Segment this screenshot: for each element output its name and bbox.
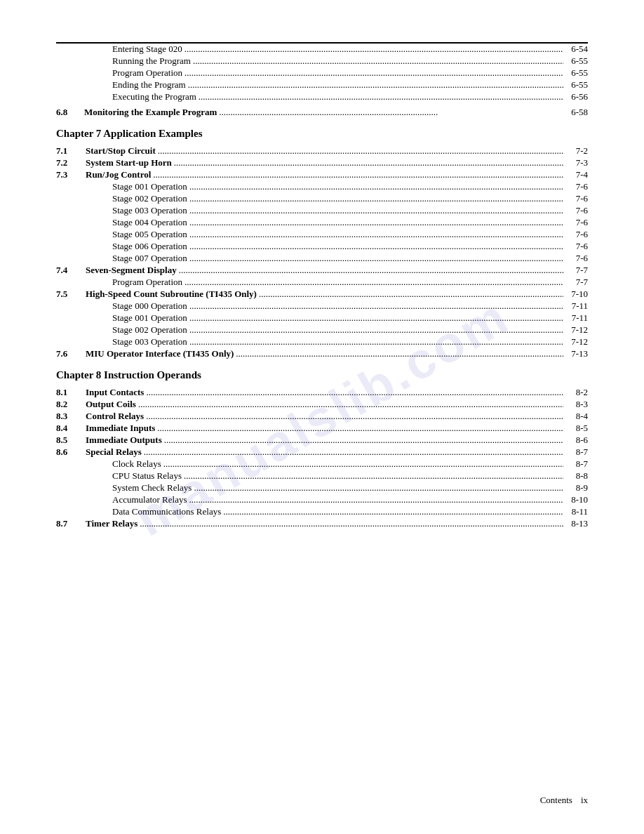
- toc-entry: Stage 002 Operation ....................…: [56, 193, 588, 204]
- section-number: 7.4: [56, 265, 86, 276]
- section-entry: 8.3Control Relays ......................…: [56, 411, 588, 422]
- section-wrapper: 8.2Output Coils ........................…: [56, 399, 588, 410]
- entry-label: Stage 002 Operation: [112, 324, 187, 336]
- top-entries-section: Entering Stage 020 .....................…: [56, 44, 588, 102]
- toc-entry: Ending the Program .....................…: [56, 79, 588, 91]
- section-dots: ........................................…: [144, 446, 563, 458]
- section-entry: 7.3Run/Jog Control .....................…: [56, 169, 588, 180]
- toc-entry: Accumulator Relays .....................…: [56, 494, 588, 505]
- toc-entry: Stage 007 Operation ....................…: [56, 253, 588, 264]
- section-number: 8.5: [56, 435, 86, 446]
- entry-dots: ........................................…: [189, 300, 563, 312]
- section-6-8-page: 6-58: [565, 107, 588, 118]
- toc-entry: System Check Relays ....................…: [56, 482, 588, 494]
- section-entry: 7.5High-Speed Count Subroutine (TI435 On…: [56, 289, 588, 300]
- entry-page: 8-11: [565, 506, 588, 517]
- toc-entry: Stage 003 Operation ....................…: [56, 205, 588, 216]
- section-dots: ........................................…: [146, 411, 563, 422]
- section-6-8-number: 6.8: [56, 107, 84, 118]
- entry-dots: ........................................…: [189, 241, 563, 252]
- section-number: 8.4: [56, 423, 86, 434]
- section-wrapper: 8.4Immediate Inputs ....................…: [56, 423, 588, 434]
- section-dots: ........................................…: [158, 145, 563, 157]
- section-number: 7.6: [56, 348, 86, 359]
- entry-page: 6-55: [565, 79, 588, 91]
- section-wrapper: 7.2System Start-up Horn ................…: [56, 157, 588, 168]
- section-number: 8.1: [56, 387, 86, 398]
- section-label: Timer Relays: [86, 518, 137, 529]
- toc-entry: Entering Stage 020 .....................…: [56, 44, 588, 55]
- toc-entry: Data Communications Relays .............…: [56, 506, 588, 517]
- section-label: Immediate Outputs: [86, 435, 162, 446]
- section-dots: ........................................…: [179, 265, 563, 276]
- section-number: 8.6: [56, 446, 86, 458]
- section-label: System Start-up Horn: [86, 157, 172, 168]
- entry-dots: ........................................…: [189, 253, 563, 264]
- entry-page: 7-6: [565, 241, 588, 252]
- section-label: Output Coils: [86, 399, 136, 410]
- entry-page: 7-6: [565, 205, 588, 216]
- entry-page: 6-55: [565, 67, 588, 79]
- section-number: 7.2: [56, 157, 86, 168]
- footer-page: ix: [581, 795, 588, 806]
- section-page: 8-4: [565, 411, 588, 422]
- entry-dots: ........................................…: [194, 482, 563, 494]
- section-label: Immediate Inputs: [86, 423, 155, 434]
- page-footer: Contents ix: [540, 795, 588, 806]
- section-entry: 8.1Input Contacts ......................…: [56, 387, 588, 398]
- section-wrapper: 7.3Run/Jog Control .....................…: [56, 169, 588, 264]
- page-container: manualslib.com Entering Stage 020 ......…: [0, 0, 644, 834]
- entry-page: 7-6: [565, 253, 588, 264]
- entry-label: Entering Stage 020: [112, 44, 182, 55]
- section-dots: ........................................…: [236, 348, 563, 359]
- entry-dots: ........................................…: [189, 494, 564, 505]
- entry-label: Accumulator Relays: [112, 494, 187, 505]
- entry-label: Stage 003 Operation: [112, 336, 187, 348]
- section-entry: 8.4Immediate Inputs ....................…: [56, 423, 588, 434]
- section-label: MIU Operator Interface (TI435 Only): [86, 348, 234, 359]
- toc-entry: Stage 000 Operation ....................…: [56, 300, 588, 312]
- section-dots: ........................................…: [157, 423, 563, 434]
- entry-dots: ........................................…: [163, 458, 563, 470]
- toc-entry: Stage 001 Operation ....................…: [56, 181, 588, 192]
- section-page: 7-2: [565, 145, 588, 157]
- entry-page: 8-8: [565, 470, 588, 482]
- entry-dots: ........................................…: [189, 324, 563, 336]
- toc-entry: Stage 003 Operation ....................…: [56, 336, 588, 348]
- chapter-8-sections: 8.1Input Contacts ......................…: [56, 387, 588, 529]
- section-page: 8-5: [565, 423, 588, 434]
- entry-page: 7-11: [565, 312, 588, 324]
- entry-page: 8-9: [565, 482, 588, 494]
- entry-label: Executing the Program: [112, 91, 196, 102]
- entry-page: 7-11: [565, 300, 588, 312]
- entry-dots: ........................................…: [199, 91, 563, 102]
- toc-entry: Clock Relays ...........................…: [56, 458, 588, 470]
- toc-entry: Stage 006 Operation ....................…: [56, 241, 588, 252]
- section-number: 7.5: [56, 289, 86, 300]
- section-number: 8.7: [56, 518, 86, 529]
- section-page: 8-13: [565, 518, 588, 529]
- entry-page: 6-55: [565, 55, 588, 67]
- toc-entry: Stage 005 Operation ....................…: [56, 229, 588, 240]
- section-entry: 7.1Start/Stop Circuit ..................…: [56, 145, 588, 157]
- entry-dots: ........................................…: [189, 312, 563, 324]
- entry-label: Stage 002 Operation: [112, 193, 187, 204]
- section-entry: 8.2Output Coils ........................…: [56, 399, 588, 410]
- section-page: 7-4: [565, 169, 588, 180]
- section-label: High-Speed Count Subroutine (TI435 Only): [86, 289, 257, 300]
- entry-dots: ........................................…: [189, 336, 563, 348]
- section-entry: 8.5Immediate Outputs ...................…: [56, 435, 588, 446]
- section-wrapper: 7.6MIU Operator Interface (TI435 Only) .…: [56, 348, 588, 359]
- section-page: 8-7: [565, 446, 588, 458]
- entry-dots: ........................................…: [189, 205, 563, 216]
- section-dots: ........................................…: [153, 169, 563, 180]
- entry-dots: ........................................…: [189, 181, 563, 192]
- entry-dots: ........................................…: [189, 229, 563, 240]
- entry-label: Stage 003 Operation: [112, 205, 187, 216]
- section-page: 7-3: [565, 157, 588, 168]
- entry-label: Stage 005 Operation: [112, 229, 187, 240]
- footer-label: Contents: [540, 795, 572, 806]
- sub-entries: Clock Relays ...........................…: [56, 458, 588, 517]
- section-wrapper: 7.4Seven-Segment Display ...............…: [56, 265, 588, 288]
- toc-entry: Running the Program ....................…: [56, 55, 588, 67]
